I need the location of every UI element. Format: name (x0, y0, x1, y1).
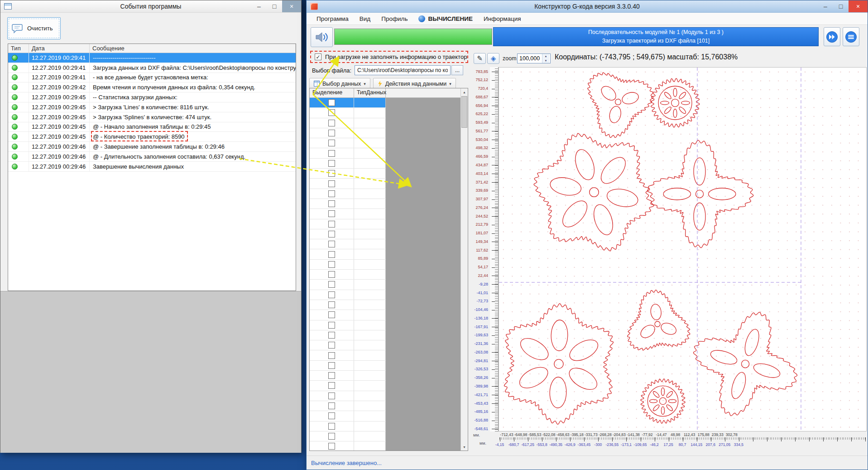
grid-row[interactable] (310, 330, 386, 340)
skip-trajectory-checkbox[interactable]: ✓ (315, 53, 321, 60)
row-checkbox[interactable] (328, 109, 335, 116)
grid-row[interactable] (310, 422, 386, 431)
grid-row[interactable] (310, 199, 386, 209)
log-row[interactable]: 12.27.2019 00:29:46Завершение вычисления… (8, 162, 296, 172)
grid-row[interactable] (310, 219, 386, 229)
zoom-input[interactable] (518, 54, 542, 63)
row-checkbox[interactable] (328, 170, 335, 177)
grid-row[interactable] (310, 169, 386, 179)
row-checkbox[interactable] (328, 322, 335, 329)
log-row[interactable]: 12.27.2019 00:29:46@ - Завершение заполн… (8, 142, 296, 152)
grid-row[interactable] (310, 371, 386, 381)
row-checkbox[interactable] (328, 392, 335, 399)
menu-item-3[interactable]: Профиль (377, 14, 412, 24)
minimize-button[interactable]: – (251, 0, 267, 12)
edit-button[interactable]: ✎ (474, 53, 486, 64)
grid-row[interactable] (310, 340, 386, 350)
grid-row[interactable] (310, 300, 386, 310)
log-row[interactable]: 12.27.2019 00:29:41---------------------… (8, 53, 296, 63)
column-header-type[interactable]: Тип (8, 44, 29, 53)
menu-item-1[interactable]: Программа (312, 14, 353, 24)
grid-row[interactable] (310, 431, 386, 441)
row-checkbox[interactable] (328, 412, 335, 419)
close-button[interactable]: × (282, 0, 301, 12)
row-checkbox[interactable] (328, 332, 335, 339)
grid-row[interactable] (310, 441, 386, 451)
row-checkbox[interactable] (328, 99, 335, 106)
row-checkbox[interactable] (328, 140, 335, 146)
row-checkbox[interactable] (328, 352, 335, 359)
spin-down-icon[interactable]: ▼ (542, 58, 549, 63)
row-checkbox[interactable] (328, 372, 335, 379)
grid-row[interactable] (310, 128, 386, 138)
browse-button[interactable]: ... (451, 65, 463, 75)
grid-header-datatype[interactable]: ТипДанных (354, 88, 386, 97)
row-checkbox[interactable] (328, 281, 335, 288)
log-row[interactable]: 12.27.2019 00:29:45-- Статистика загрузк… (8, 92, 296, 102)
scrollbar-thumb[interactable] (461, 96, 467, 128)
fast-forward-button[interactable] (824, 27, 840, 46)
log-row[interactable]: 12.27.2019 00:29:42Время чтения и получе… (8, 82, 296, 92)
scroll-up-icon[interactable]: ▲ (461, 88, 468, 96)
row-checkbox[interactable] (328, 382, 335, 389)
maximize-button[interactable]: □ (833, 0, 849, 12)
row-checkbox[interactable] (328, 251, 335, 258)
row-checkbox[interactable] (328, 231, 335, 237)
grid-row[interactable] (310, 391, 386, 401)
row-checkbox[interactable] (328, 150, 335, 157)
events-titlebar[interactable]: События программы – □ × (0, 0, 301, 13)
clear-log-button[interactable]: Очистить (7, 17, 61, 39)
log-row[interactable]: 12.27.2019 00:29:41- на все данные будет… (8, 73, 296, 83)
log-row[interactable]: 12.27.2019 00:29:45@ - Количество траект… (8, 132, 296, 142)
file-path-input[interactable] (355, 65, 451, 75)
row-checkbox[interactable] (328, 180, 335, 187)
spin-up-icon[interactable]: ▲ (542, 54, 549, 58)
grid-row[interactable] (310, 159, 386, 169)
log-row[interactable]: 12.27.2019 00:29:46@ - Длительность запо… (8, 152, 296, 162)
close-button[interactable]: × (849, 0, 868, 12)
grid-row[interactable] (310, 118, 386, 128)
row-checkbox[interactable] (328, 301, 335, 308)
grid-scrollbar[interactable]: ▲ ▼ (460, 88, 468, 451)
column-header-date[interactable]: Дата (29, 44, 90, 53)
grid-row[interactable] (310, 108, 386, 118)
row-checkbox[interactable] (328, 342, 335, 349)
grid-row[interactable] (310, 138, 386, 148)
grid-header-selection[interactable]: Выделение (310, 88, 354, 97)
row-checkbox[interactable] (328, 271, 335, 278)
module-list-button[interactable] (843, 27, 859, 46)
grid-row[interactable] (310, 179, 386, 189)
grid-row[interactable] (310, 239, 386, 249)
row-checkbox[interactable] (328, 130, 335, 136)
grid-row[interactable] (310, 361, 386, 371)
row-checkbox[interactable] (328, 433, 335, 440)
maximize-button[interactable]: □ (267, 0, 282, 12)
row-checkbox[interactable] (328, 200, 335, 207)
row-checkbox[interactable] (328, 190, 335, 197)
row-checkbox[interactable] (328, 160, 335, 167)
row-checkbox[interactable] (328, 210, 335, 217)
grid-row[interactable] (310, 290, 386, 300)
grid-row[interactable] (310, 148, 386, 158)
row-checkbox[interactable] (328, 241, 335, 247)
log-row[interactable]: 12.27.2019 00:29:41Загрузка данных из DX… (8, 63, 296, 73)
minimize-button[interactable]: – (818, 0, 833, 12)
log-row[interactable]: 12.27.2019 00:29:45> Загрузка 'Splines' … (8, 112, 296, 122)
grid-row[interactable] (310, 381, 386, 391)
grid-row[interactable] (310, 260, 386, 270)
grid-row[interactable] (310, 270, 386, 280)
log-row[interactable]: 12.27.2019 00:29:45> Загрузка 'Lines' в … (8, 102, 296, 112)
grid-row[interactable] (310, 249, 386, 259)
row-checkbox[interactable] (328, 311, 335, 318)
row-checkbox[interactable] (328, 291, 335, 298)
row-checkbox[interactable] (328, 423, 335, 430)
row-checkbox[interactable] (328, 221, 335, 228)
zoom-spinner[interactable]: ▲ ▼ (542, 54, 549, 63)
option-skip-trajectory-info[interactable]: ✓ При загрузке не заполнять информацию о… (310, 51, 468, 63)
dxf-preview-canvas[interactable] (499, 67, 867, 431)
grid-row[interactable] (310, 401, 386, 411)
sound-button[interactable] (311, 27, 333, 47)
column-header-message[interactable]: Сообщение (90, 44, 296, 53)
grid-row[interactable] (310, 280, 386, 290)
grid-row[interactable] (310, 310, 386, 320)
